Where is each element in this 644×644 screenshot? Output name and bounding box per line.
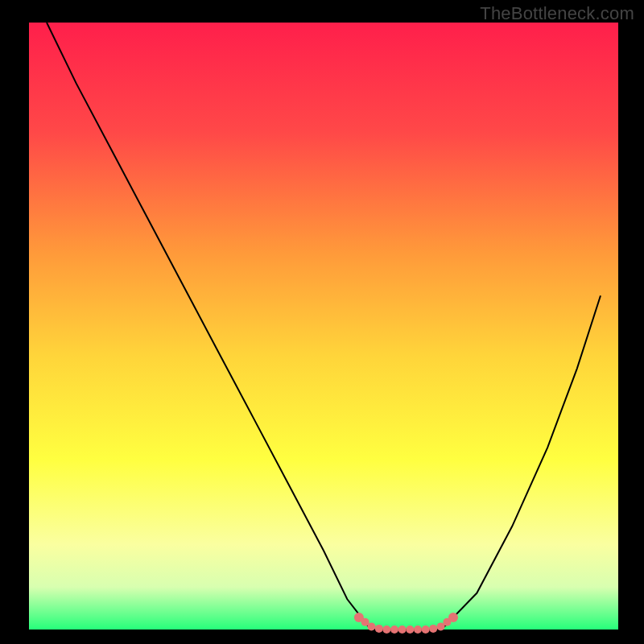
svg-point-6 — [398, 625, 407, 634]
svg-point-7 — [406, 625, 414, 634]
plot-background — [29, 23, 618, 630]
svg-point-10 — [429, 625, 437, 633]
svg-point-9 — [422, 625, 430, 634]
watermark-text: TheBottleneck.com — [480, 3, 634, 24]
svg-point-4 — [382, 625, 390, 634]
svg-point-5 — [390, 625, 398, 634]
svg-point-3 — [375, 625, 383, 633]
svg-point-13 — [448, 613, 458, 622]
chart-canvas — [0, 0, 644, 644]
svg-point-8 — [414, 625, 422, 634]
svg-point-2 — [367, 622, 375, 630]
chart-root: TheBottleneck.com — [0, 0, 644, 644]
